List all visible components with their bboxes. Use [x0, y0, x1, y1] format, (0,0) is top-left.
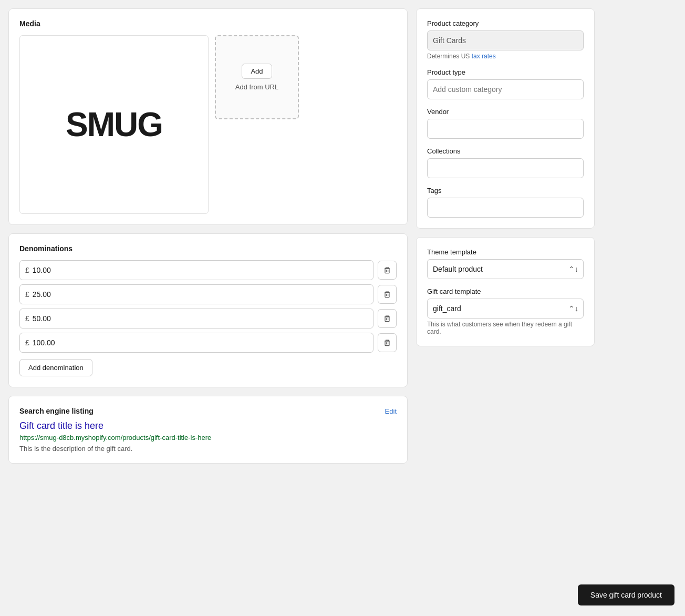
- media-add-panel: Add Add from URL: [215, 35, 299, 119]
- denomination-input-wrap-1: £: [19, 284, 373, 304]
- denomination-input-wrap-3: £: [19, 333, 373, 353]
- denominations-card: Denominations £ £: [8, 233, 408, 387]
- denomination-row-1: £: [19, 284, 397, 304]
- add-from-url-label: Add from URL: [235, 83, 278, 91]
- media-section-title: Media: [19, 19, 397, 28]
- theme-template-group: Theme template Default product ⌃↓: [427, 248, 584, 279]
- svg-rect-9: [385, 341, 389, 346]
- delete-denomination-1[interactable]: [378, 285, 397, 304]
- gift-card-template-select-wrap: gift_card ⌃↓: [427, 299, 584, 319]
- currency-symbol-1: £: [25, 290, 29, 299]
- gift-card-template-select[interactable]: gift_card: [427, 299, 584, 319]
- vendor-label: Vendor: [427, 108, 584, 116]
- seo-section-title: Search engine listing: [19, 407, 94, 415]
- template-card: Theme template Default product ⌃↓ Gift c…: [416, 237, 595, 346]
- svg-rect-3: [385, 293, 389, 297]
- currency-symbol-0: £: [25, 266, 29, 274]
- save-gift-card-button[interactable]: Save gift card product: [578, 584, 674, 605]
- denomination-row-2: £: [19, 309, 397, 328]
- seo-edit-button[interactable]: Edit: [385, 407, 397, 415]
- collections-group: Collections: [427, 147, 584, 178]
- tags-label: Tags: [427, 187, 584, 194]
- currency-symbol-2: £: [25, 314, 29, 323]
- delete-denomination-2[interactable]: [378, 309, 397, 328]
- seo-header: Search engine listing Edit: [19, 407, 397, 415]
- tags-group: Tags: [427, 187, 584, 218]
- vendor-input[interactable]: [427, 119, 584, 139]
- product-category-input: [427, 30, 584, 50]
- collections-input[interactable]: [427, 158, 584, 178]
- vendor-group: Vendor: [427, 108, 584, 139]
- denomination-input-wrap-0: £: [19, 260, 373, 280]
- theme-template-select-wrap: Default product ⌃↓: [427, 259, 584, 279]
- seo-card: Search engine listing Edit Gift card tit…: [8, 396, 408, 464]
- product-type-input[interactable]: [427, 79, 584, 99]
- gift-card-template-group: Gift card template gift_card ⌃↓ This is …: [427, 288, 584, 335]
- svg-rect-0: [385, 269, 389, 273]
- seo-url: https://smug-d8cb.myshopify.com/products…: [19, 434, 397, 442]
- store-logo: SMUG: [66, 105, 162, 144]
- product-category-group: Product category Determines US tax rates: [427, 19, 584, 60]
- svg-rect-6: [385, 317, 389, 322]
- seo-title: Gift card title is here: [19, 420, 397, 432]
- currency-symbol-3: £: [25, 338, 29, 347]
- delete-denomination-3[interactable]: [378, 333, 397, 352]
- denomination-input-1[interactable]: [33, 290, 368, 299]
- delete-denomination-0[interactable]: [378, 261, 397, 280]
- product-category-label: Product category: [427, 19, 584, 27]
- denomination-input-2[interactable]: [33, 314, 368, 323]
- product-type-label: Product type: [427, 68, 584, 76]
- product-type-group: Product type: [427, 68, 584, 99]
- product-category-card: Product category Determines US tax rates…: [416, 8, 595, 229]
- denomination-input-3[interactable]: [33, 338, 368, 347]
- gift-card-template-helper: This is what customers see when they red…: [427, 321, 584, 335]
- denomination-row-3: £: [19, 333, 397, 353]
- denominations-section-title: Denominations: [19, 244, 397, 253]
- denomination-input-0[interactable]: [33, 266, 368, 274]
- media-card: Media SMUG Add Add from URL: [8, 8, 408, 225]
- denomination-row-0: £: [19, 260, 397, 280]
- media-area: SMUG Add Add from URL: [19, 35, 397, 214]
- save-button-area: Save gift card product: [578, 584, 674, 605]
- tax-rates-link[interactable]: tax rates: [472, 53, 496, 60]
- tax-rates-note: Determines US tax rates: [427, 53, 584, 60]
- collections-label: Collections: [427, 147, 584, 155]
- add-denomination-button[interactable]: Add denomination: [19, 359, 92, 376]
- gift-card-template-label: Gift card template: [427, 288, 584, 295]
- add-media-button[interactable]: Add: [242, 64, 272, 79]
- theme-template-label: Theme template: [427, 248, 584, 256]
- tags-input[interactable]: [427, 198, 584, 218]
- media-main-image: SMUG: [19, 35, 209, 214]
- denomination-input-wrap-2: £: [19, 309, 373, 328]
- seo-description: This is the description of the gift card…: [19, 445, 397, 453]
- theme-template-select[interactable]: Default product: [427, 259, 584, 279]
